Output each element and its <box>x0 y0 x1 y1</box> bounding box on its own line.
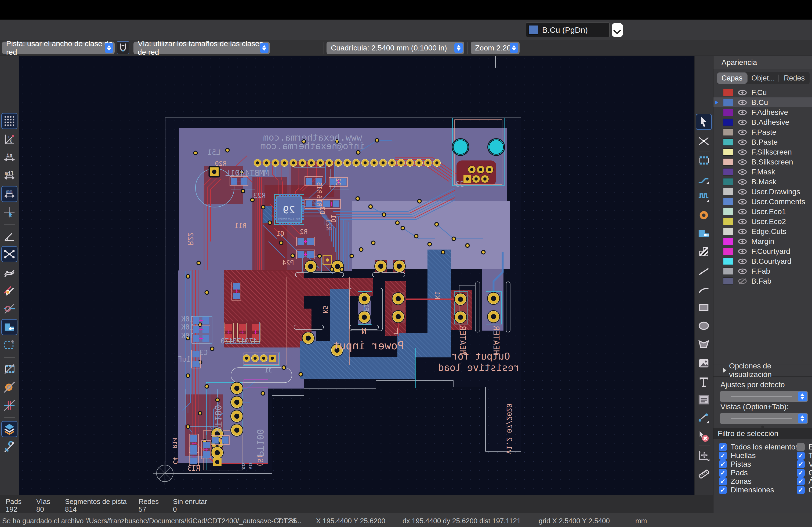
cursor-shape-button[interactable] <box>2 205 17 220</box>
layer-color-swatch[interactable] <box>723 277 733 285</box>
layer-row-b-silkscreen[interactable]: B.Silkscreen <box>713 157 812 167</box>
display-options-section[interactable]: Opciones de visualización <box>713 364 812 377</box>
tools-button[interactable] <box>2 440 17 455</box>
layer-row-f-fab[interactable]: F.Fab <box>713 266 812 276</box>
layer-color-swatch[interactable] <box>723 89 733 96</box>
draw-circle-button[interactable] <box>696 318 711 333</box>
layer-row-b-fab[interactable]: B.Fab <box>713 276 812 286</box>
filter-pistas[interactable]: ✓Pistas <box>719 460 751 468</box>
checkbox[interactable]: ✓ <box>797 460 805 468</box>
checkbox[interactable]: ✓ <box>719 486 727 494</box>
route-tracks-button[interactable] <box>696 171 711 186</box>
layer-color-swatch[interactable] <box>723 188 733 195</box>
checkbox[interactable]: ✓ <box>797 469 805 477</box>
visibility-eye-icon[interactable] <box>738 219 747 225</box>
layers-manager-button[interactable] <box>2 422 17 437</box>
filter-dimensiones[interactable]: ✓Dimensiones <box>719 486 774 494</box>
checkbox[interactable]: ✓ <box>719 469 727 477</box>
layer-row-f-mask[interactable]: F.Mask <box>713 167 812 177</box>
layer-row-b-courtyard[interactable]: B.Courtyard <box>713 256 812 266</box>
polar-coords-button[interactable] <box>2 132 17 147</box>
visibility-eye-icon[interactable] <box>738 228 747 235</box>
layer-color-swatch[interactable] <box>723 148 733 156</box>
defaults-stepper[interactable] <box>798 391 807 402</box>
grid-stepper[interactable] <box>454 43 463 53</box>
visibility-eye-icon[interactable] <box>738 139 747 146</box>
defaults-select[interactable] <box>720 391 808 402</box>
visibility-eye-off-icon[interactable] <box>738 278 747 284</box>
layer-row-f-silkscreen[interactable]: F.Silkscreen <box>713 147 812 157</box>
views-stepper[interactable] <box>798 413 807 423</box>
layer-color-swatch[interactable] <box>723 238 733 245</box>
layer-color-swatch[interactable] <box>723 168 733 176</box>
track-width-select[interactable]: Pista: usar el ancho de clase de red <box>2 42 115 54</box>
draw-polygon-button[interactable] <box>696 336 711 351</box>
layer-row-b-adhesive[interactable]: B.Adhesive <box>713 117 812 127</box>
zoom-stepper[interactable] <box>510 43 518 53</box>
layer-color-swatch[interactable] <box>723 138 733 146</box>
layer-row-b-paste[interactable]: B.Paste <box>713 137 812 147</box>
tab-objet[interactable]: Objet... <box>748 73 778 84</box>
layer-color-swatch[interactable] <box>723 248 733 255</box>
filter-todos-los-elementos[interactable]: ✓Todos los elementos <box>719 443 799 451</box>
layer-row-f-cu[interactable]: F.Cu <box>713 88 812 97</box>
layer-row-b-mask[interactable]: B.Mask <box>713 177 812 187</box>
layer-row-user-comments[interactable]: User.Comments <box>713 197 812 207</box>
track-width-stepper[interactable] <box>105 43 113 53</box>
visibility-eye-icon[interactable] <box>738 159 747 165</box>
track-width-auto-button[interactable] <box>117 41 129 54</box>
zone-display-button[interactable] <box>2 320 17 335</box>
filter-right-1[interactable]: ✓Te <box>797 451 812 460</box>
layer-row-edge-cuts[interactable]: Edge.Cuts <box>713 226 812 236</box>
pcb-canvas[interactable]: www.hexatherma.cominfo@hexatherma.comMMB… <box>19 56 694 495</box>
visibility-eye-icon[interactable] <box>738 248 747 255</box>
units-mil-button[interactable] <box>2 168 17 183</box>
grid-button[interactable] <box>2 114 17 129</box>
select-button[interactable] <box>696 114 711 129</box>
tab-capas[interactable]: Capas <box>717 73 747 84</box>
visibility-eye-icon[interactable] <box>738 179 747 185</box>
checkbox[interactable]: ✓ <box>797 477 805 485</box>
filter-pads[interactable]: ✓Pads <box>719 468 748 477</box>
draw-line-button[interactable] <box>696 264 711 278</box>
layer-row-user-eco2[interactable]: User.Eco2 <box>713 216 812 226</box>
filter-huellas[interactable]: ✓Huellas <box>719 451 756 460</box>
layer-row-f-paste[interactable]: F.Paste <box>713 127 812 137</box>
visibility-eye-icon[interactable] <box>738 189 747 195</box>
visibility-eye-icon[interactable] <box>738 109 747 116</box>
visibility-eye-icon[interactable] <box>738 89 747 96</box>
draw-rect-button[interactable] <box>696 300 711 315</box>
tune-length-button[interactable] <box>696 190 711 205</box>
zone-outline-button[interactable] <box>2 338 17 353</box>
layer-row-b-cu[interactable]: B.Cu <box>713 97 812 107</box>
add-footprint-button[interactable] <box>696 153 711 168</box>
sketch-pads-button[interactable] <box>2 380 17 395</box>
measure-button[interactable] <box>696 466 711 481</box>
filter-right-4[interactable]: ✓Á <box>797 477 812 486</box>
filter-right-0[interactable]: El <box>797 443 812 451</box>
layer-color-swatch[interactable] <box>723 198 733 205</box>
layer-row-margin[interactable]: Margin <box>713 236 812 246</box>
grid-select[interactable]: Cuadrícula: 2.5400 mm (0.1000 in) <box>327 42 464 54</box>
layer-color-swatch[interactable] <box>723 109 733 116</box>
layer-color-swatch[interactable] <box>723 158 733 166</box>
layer-row-user-drawings[interactable]: User.Drawings <box>713 187 812 197</box>
visibility-eye-icon[interactable] <box>738 209 747 215</box>
sketch-footprints-button[interactable] <box>2 361 17 376</box>
checkbox[interactable]: ✓ <box>719 452 727 460</box>
via-size-stepper[interactable] <box>260 43 269 53</box>
zoom-select[interactable]: Zoom 2.20 <box>471 42 520 54</box>
layer-color-swatch[interactable] <box>723 178 733 185</box>
layer-row-user-eco1[interactable]: User.Eco1 <box>713 207 812 216</box>
add-zone-button[interactable] <box>696 226 711 241</box>
add-image-button[interactable] <box>696 356 711 371</box>
filter-right-5[interactable]: ✓O <box>797 486 812 494</box>
views-select[interactable] <box>720 413 808 424</box>
add-keepout-button[interactable] <box>696 244 711 259</box>
layer-color-swatch[interactable] <box>723 258 733 265</box>
visibility-eye-icon[interactable] <box>738 199 747 205</box>
visibility-eye-icon[interactable] <box>738 268 747 274</box>
tab-redes[interactable]: Redes <box>780 73 809 84</box>
layer-row-f-adhesive[interactable]: F.Adhesive <box>713 107 812 117</box>
ratsnest-line-button[interactable] <box>2 228 17 243</box>
